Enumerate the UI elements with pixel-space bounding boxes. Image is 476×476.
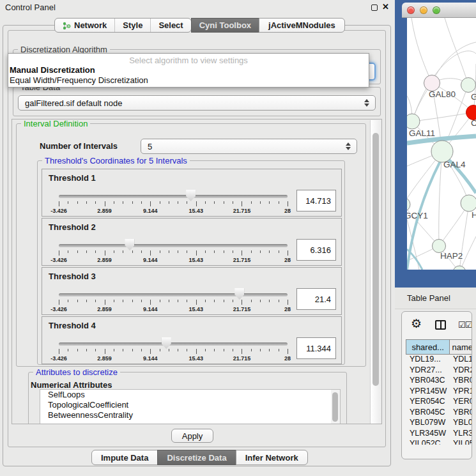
gear-icon[interactable]: ⚙	[411, 318, 422, 330]
cell-name[interactable]: YDL19...	[450, 355, 472, 365]
threshold-value-field[interactable]: 21.4	[296, 288, 336, 310]
network-edge[interactable]	[411, 18, 432, 83]
tab-impute-data[interactable]: Impute Data	[91, 450, 158, 465]
slider-track[interactable]	[59, 244, 288, 247]
viewport-scrollbar-thumb[interactable]	[372, 133, 379, 386]
threshold-box: Threshold 1 -3.4262.8599.14415.4321.7152…	[42, 169, 342, 217]
table-row[interactable]: YLR345WYLR345W	[406, 429, 472, 440]
tab-style[interactable]: Style	[115, 19, 151, 32]
number-of-intervals-combobox[interactable]: 5	[141, 139, 357, 154]
attributes-list-scrollbar[interactable]	[331, 390, 340, 424]
cell-shared-name[interactable]: YDL19...	[406, 355, 450, 365]
cell-name[interactable]: YLR345W	[450, 429, 472, 440]
table-row[interactable]: YIL052CYIL052C	[406, 439, 472, 445]
network-node-ga[interactable]	[461, 78, 476, 93]
table-row[interactable]: YER054CYER054C	[406, 397, 472, 408]
cell-name[interactable]: YBR045C	[450, 408, 472, 418]
slider-tick	[150, 201, 151, 206]
cell-shared-name[interactable]: YER054C	[406, 397, 450, 408]
slider-tick	[288, 349, 288, 354]
cell-shared-name[interactable]: YDR27...	[406, 365, 450, 376]
slider-tick-label: 2.859	[97, 306, 112, 312]
network-node-gcy1[interactable]	[407, 197, 410, 211]
column-header-name[interactable]: name	[450, 340, 472, 354]
threshold-value-field[interactable]: 11.344	[296, 337, 336, 359]
attribute-item[interactable]: SelfLoops	[40, 390, 332, 400]
cell-name[interactable]: YBR043C	[450, 376, 472, 387]
cell-name[interactable]: YIL052C	[450, 439, 472, 445]
slider-tick	[114, 300, 114, 302]
slider-tick-label: -3.426	[50, 257, 67, 263]
slider-tick	[242, 201, 242, 206]
network-edge[interactable]	[432, 42, 476, 83]
slider-thumb[interactable]	[125, 239, 134, 250]
slider-tick	[178, 349, 178, 351]
network-node-gal80[interactable]	[424, 75, 440, 91]
table-data-combobox[interactable]: galFiltered.sif default node	[18, 95, 376, 111]
viewport-scrollbar[interactable]	[370, 120, 381, 424]
cell-shared-name[interactable]: YIL052C	[406, 439, 450, 445]
scrollbar-thumb[interactable]	[332, 392, 338, 422]
close-icon[interactable]: ✕	[382, 2, 389, 12]
table-row[interactable]: YDR27...YDR27...	[406, 365, 472, 376]
tab-select[interactable]: Select	[151, 19, 190, 32]
slider-tick	[233, 201, 233, 204]
cell-name[interactable]: YBL079W	[450, 418, 472, 429]
slider-track[interactable]	[59, 342, 288, 346]
number-of-intervals-value: 5	[148, 142, 152, 151]
threshold-value-field[interactable]: 14.713	[296, 190, 336, 211]
cell-shared-name[interactable]: YBL079W	[406, 418, 450, 429]
table-row[interactable]: YBR043CYBR043C	[406, 376, 472, 387]
close-button[interactable]	[407, 6, 415, 14]
network-edge[interactable]	[412, 112, 473, 121]
slider-thumb[interactable]	[186, 190, 196, 201]
tab-cyni-toolbox-label: Cyni Toolbox	[199, 20, 251, 30]
table-row[interactable]: YBL079WYBL079W	[406, 418, 472, 429]
tab-network[interactable]: Network	[55, 19, 115, 32]
threshold-value-field[interactable]: 6.316	[296, 239, 336, 261]
split-columns-icon[interactable]	[435, 320, 446, 330]
float-window-icon[interactable]	[371, 4, 378, 11]
thresholds-group-title: Threshold's Coordinates for 5 Intervals	[42, 156, 190, 165]
checkboxes-icon[interactable]: ☑☑	[458, 320, 472, 330]
cell-shared-name[interactable]: YBR045C	[406, 408, 450, 418]
slider-tick	[196, 349, 197, 354]
tab-jactivemnodules[interactable]: jActiveMNodules	[259, 18, 345, 33]
minimize-button[interactable]	[420, 6, 427, 14]
network-window-titlebar[interactable]	[402, 3, 476, 18]
slider-tick-label: 2.859	[97, 208, 112, 214]
cell-shared-name[interactable]: YLR345W	[406, 429, 450, 440]
slider-tick-label: 28	[284, 306, 291, 312]
cell-shared-name[interactable]: YBR043C	[406, 376, 450, 387]
network-node-gal4[interactable]	[431, 141, 453, 162]
tab-infer-network[interactable]: Infer Network	[236, 450, 308, 465]
algorithm-item-manual[interactable]: Manual Discretization	[8, 65, 369, 75]
slider-thumb[interactable]	[234, 288, 244, 300]
tab-discretize-data[interactable]: Discretize Data	[157, 450, 236, 465]
table-row[interactable]: YBR045CYBR045C	[406, 408, 472, 418]
algorithm-item-equal-width[interactable]: Equal Width/Frequency Discretization	[8, 75, 369, 85]
column-header-shared[interactable]: shared...	[406, 340, 450, 354]
tab-cyni-toolbox[interactable]: Cyni Toolbox	[191, 18, 259, 33]
algorithm-prompt-item[interactable]: Select algorithm to view settings	[8, 54, 369, 65]
network-node-gal11[interactable]	[407, 114, 420, 129]
apply-button[interactable]: Apply	[171, 429, 213, 443]
network-canvas[interactable]: GAL80GACGAL11GAL4GCY1HHAP2	[407, 18, 476, 270]
slider-tick	[187, 349, 187, 351]
slider-track[interactable]	[59, 195, 288, 198]
attribute-item[interactable]: BetweennessCentrality	[40, 410, 332, 420]
slider-tick	[132, 349, 133, 351]
slider-tick	[269, 250, 270, 253]
network-node-h[interactable]	[461, 195, 476, 211]
cell-name[interactable]: YPR145W	[450, 387, 472, 397]
numerical-attributes-list[interactable]: SelfLoopsTopologicalCoefficientBetweenne…	[40, 389, 341, 424]
zoom-button[interactable]	[433, 6, 440, 14]
cell-name[interactable]: YDR27...	[450, 365, 472, 376]
table-row[interactable]: YDL19...YDL19...	[406, 355, 472, 365]
slider-track[interactable]	[59, 293, 288, 296]
table-row[interactable]: YPR145WYPR145W	[406, 387, 472, 397]
cell-name[interactable]: YER054C	[450, 397, 472, 408]
cell-shared-name[interactable]: YPR145W	[406, 387, 450, 397]
slider-thumb[interactable]	[162, 337, 171, 349]
attribute-item[interactable]: TopologicalCoefficient	[40, 400, 332, 410]
